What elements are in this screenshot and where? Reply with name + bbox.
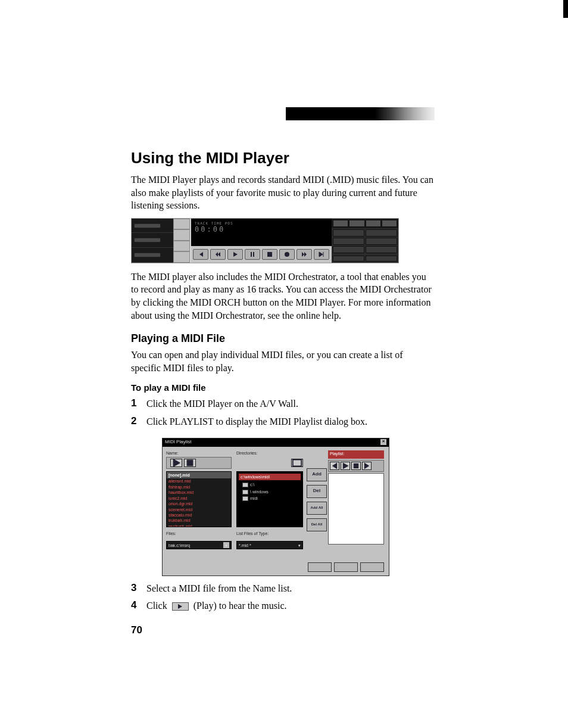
play-icon [172, 602, 189, 611]
record-button[interactable] [279, 249, 295, 260]
svg-rect-4 [354, 463, 358, 468]
delete-all-button[interactable]: Del All [307, 518, 327, 531]
step-text: Click PLAYLIST to display the MIDI Playl… [146, 415, 435, 428]
midi-playlist-dialog-figure: MIDI Playlist × Name: [162, 438, 389, 576]
rack-option-button[interactable] [366, 246, 397, 253]
rack-option-button[interactable] [333, 238, 364, 245]
step-text: Click the MIDI Player on the A/V Wall. [146, 397, 435, 410]
next-button[interactable] [362, 462, 372, 470]
add-button[interactable]: Add [307, 468, 327, 481]
dialog-button[interactable] [308, 562, 332, 572]
stop-button[interactable] [262, 249, 277, 260]
lcd-time: 00:00 [195, 225, 328, 234]
chevron-down-icon: ▾ [298, 543, 301, 548]
play-button[interactable] [227, 249, 243, 260]
folder-icon [242, 496, 248, 501]
page-edge-mark [563, 0, 568, 18]
list-item[interactable]: aliensrd.mid [167, 478, 231, 484]
step-text: Click (Play) to hear the music. [146, 599, 435, 612]
tree-item[interactable]: c:\ [239, 481, 301, 488]
list-item[interactable]: sceneret.mid [167, 507, 231, 512]
playlist-label: Playlist: [328, 450, 384, 459]
player-meter-strip [173, 219, 190, 263]
directory-tree[interactable]: c:\windows\midi c:\ \ windows midi [236, 471, 303, 527]
dialog-button[interactable] [360, 562, 384, 572]
step-text: Select a MIDI file from the Name list. [146, 582, 435, 595]
player-right-rack [332, 219, 398, 263]
prev-track-button[interactable] [193, 249, 208, 260]
files-dropdown[interactable]: bak.c:\msrq ▾ [166, 541, 232, 549]
files-value: bak.c:\msrq [168, 543, 190, 548]
intro-paragraph: The MIDI Player plays and records standa… [131, 173, 435, 212]
procedure-heading: To play a MIDI file [131, 382, 435, 393]
rewind-button[interactable] [210, 249, 226, 260]
step-number: 1 [131, 397, 146, 409]
orchestrator-paragraph: The MIDI player also includes the MIDI O… [131, 270, 435, 322]
chapter-tab [286, 107, 435, 120]
svg-rect-0 [267, 252, 272, 257]
dir-label: Directories: [236, 450, 303, 456]
player-lcd: TRACK TIME POS 00:00 [191, 219, 332, 246]
browse-button[interactable] [291, 459, 303, 467]
add-all-button[interactable]: Add All [307, 502, 327, 515]
list-item[interactable]: hauntbox.mid [167, 490, 231, 495]
dialog-title: MIDI Playlist [165, 439, 191, 446]
procedure-steps: 1 Click the MIDI Player on the A/V Wall.… [131, 397, 435, 612]
section-paragraph: You can open and play individual MIDI fi… [131, 349, 435, 374]
svg-rect-3 [293, 460, 301, 466]
step-number: 3 [131, 582, 146, 594]
list-item[interactable]: staccato.mid [167, 512, 231, 518]
pause-button[interactable] [245, 249, 260, 260]
rack-option-button[interactable] [366, 238, 397, 245]
list-header: [none].mid [167, 472, 231, 478]
chevron-down-icon: ▾ [223, 542, 229, 548]
list-item[interactable]: wudrush.mid [167, 524, 231, 527]
tree-item[interactable]: \ windows [239, 489, 301, 495]
page-title: Using the MIDI Player [131, 149, 435, 167]
play-button[interactable] [341, 462, 350, 470]
files-label: Files: [166, 531, 232, 536]
svg-point-1 [285, 252, 289, 257]
rack-button[interactable] [134, 253, 161, 257]
page-number: 70 [131, 624, 435, 636]
name-label: Name: [166, 450, 232, 456]
play-button[interactable] [170, 459, 182, 467]
name-listbox[interactable]: [none].mid aliensrd.mid fishtrap.mid hau… [166, 471, 232, 527]
step-number: 4 [131, 599, 146, 611]
svg-rect-2 [187, 460, 194, 466]
midi-player-figure: TRACK TIME POS 00:00 [131, 218, 399, 263]
list-item[interactable]: ionic2.mid [167, 496, 231, 501]
player-transport [191, 246, 332, 263]
dialog-button[interactable] [334, 562, 358, 572]
type-value: *.mid * [239, 543, 251, 548]
stop-button[interactable] [351, 462, 361, 470]
list-item[interactable]: orion.dgr.mid [167, 501, 231, 506]
list-item[interactable]: trukbah.mid [167, 518, 231, 523]
delete-button[interactable]: Del [307, 485, 327, 498]
folder-icon [242, 490, 248, 494]
rack-button[interactable] [134, 223, 161, 228]
next-track-button[interactable] [314, 249, 329, 260]
list-item[interactable]: fishtrap.mid [167, 484, 231, 490]
rack-option-button[interactable] [366, 229, 397, 237]
playlist-listbox[interactable] [328, 473, 384, 545]
tree-header: c:\windows\midi [239, 474, 301, 480]
stop-button[interactable] [184, 459, 196, 467]
rack-button[interactable] [134, 238, 161, 242]
playlist-transport [328, 460, 384, 472]
type-label: List Files of Type: [236, 531, 303, 536]
tree-item[interactable]: midi [239, 495, 301, 502]
close-icon[interactable]: × [380, 439, 386, 445]
rack-option-button[interactable] [333, 229, 364, 237]
rack-option-button[interactable] [333, 246, 364, 253]
prev-button[interactable] [330, 462, 339, 470]
section-heading: Playing a MIDI File [131, 332, 435, 345]
dialog-titlebar: MIDI Playlist × [163, 438, 389, 447]
mini-transport [166, 457, 232, 469]
file-type-dropdown[interactable]: *.mid * ▾ [236, 541, 303, 549]
lcd-labels: TRACK TIME POS [195, 221, 328, 225]
step-number: 2 [131, 415, 146, 427]
fast-forward-button[interactable] [297, 249, 312, 260]
drive-icon [242, 483, 248, 487]
